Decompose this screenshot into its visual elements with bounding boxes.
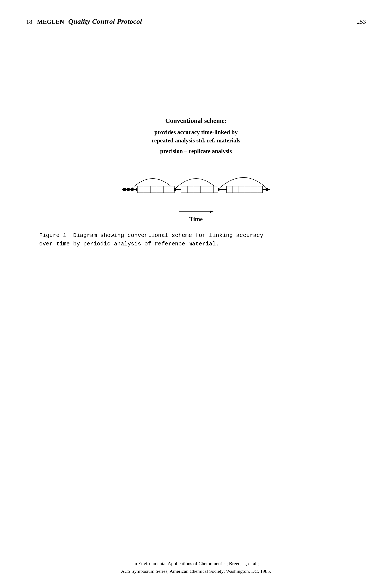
precision-text: precision – replicate analysis <box>160 148 232 155</box>
page: 18. MEGLEN Quality Control Protocol 253 … <box>0 0 392 588</box>
svg-point-7 <box>265 188 268 191</box>
footer-line2: ACS Symposium Series; American Chemical … <box>0 567 392 575</box>
svg-rect-14 <box>181 186 218 193</box>
page-header: 18. MEGLEN Quality Control Protocol 253 <box>26 18 366 26</box>
figure-caption: Figure 1. Diagram showing conventional s… <box>39 231 263 248</box>
figure-caption-line1: Figure 1. Diagram showing conventional s… <box>39 232 263 239</box>
svg-marker-27 <box>210 211 214 213</box>
svg-point-3 <box>130 188 134 191</box>
diagram-svg <box>120 161 272 207</box>
chapter-number: 18. <box>26 18 34 25</box>
page-number: 253 <box>357 18 366 25</box>
svg-point-2 <box>126 188 130 191</box>
svg-point-1 <box>122 188 126 191</box>
main-content: Conventional scheme: provides accuracy t… <box>26 117 366 248</box>
accuracy-line1: provides accuracy time-linked by <box>154 129 238 136</box>
diagram-container: Time <box>120 161 272 223</box>
chapter-title: Quality Control Protocol <box>68 18 142 25</box>
accuracy-line2: repeated analysis std. ref. materials <box>152 137 240 144</box>
header-left: 18. MEGLEN Quality Control Protocol <box>26 18 142 26</box>
footer-line1: In Environmental Applications of Chemome… <box>0 560 392 567</box>
conventional-scheme-label: Conventional scheme: <box>165 117 226 124</box>
author-name: MEGLEN <box>37 18 64 25</box>
time-label: Time <box>189 216 203 223</box>
svg-rect-8 <box>137 186 174 193</box>
time-arrow-container: Time <box>174 209 218 223</box>
accuracy-text: provides accuracy time-linked by repeate… <box>152 128 240 145</box>
figure-caption-line2: over time by periodic analysis of refere… <box>39 241 219 247</box>
page-footer: In Environmental Applications of Chemome… <box>0 560 392 575</box>
